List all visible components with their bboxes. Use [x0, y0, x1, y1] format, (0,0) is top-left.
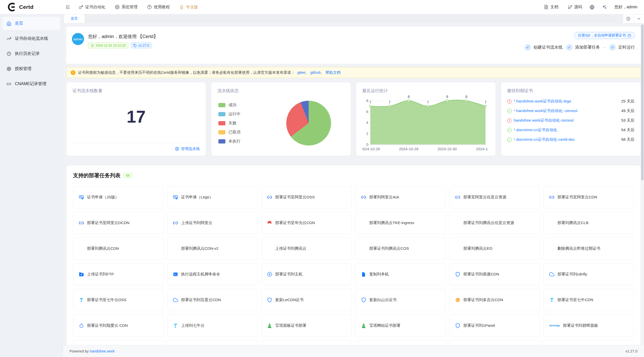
avatar: admin — [72, 33, 84, 45]
task-cell-8[interactable]: 部署证书至华为云CDN — [261, 212, 352, 234]
task-cell-clipped[interactable] — [73, 340, 164, 345]
qiniu-icon — [173, 323, 178, 328]
task-cell-15[interactable]: 部署证书到腾讯云COS — [355, 237, 446, 260]
tab-menu-button[interactable] — [633, 14, 644, 23]
user-greeting[interactable]: 您好，admin — [614, 5, 637, 10]
legend-item-3[interactable]: 已取消 — [218, 130, 240, 135]
task-cell-26[interactable]: 更新LeCDN证书 — [261, 289, 352, 311]
nav-item-1[interactable]: 系统管理 — [115, 5, 138, 10]
legend-item-0[interactable]: 成功 — [218, 102, 240, 108]
pipeline-icon — [7, 36, 11, 41]
quick-step: ✓添加部署任务 — [566, 44, 600, 51]
task-cell-5[interactable]: 部署证书至阿里云CDN — [543, 186, 634, 208]
cert-link-2[interactable]: !handsfree.work证书自动化-zerossl — [507, 118, 574, 123]
task-cell-6[interactable]: 部署证书至阿里云DCDN — [73, 212, 164, 234]
scrollbar-thumb[interactable] — [641, 24, 643, 181]
task-cell-24[interactable]: 部署证书至七牛云OSS — [73, 289, 164, 311]
task-cell-clipped[interactable] — [543, 340, 634, 345]
task-cell-28[interactable]: 部署证书到多吉云CDN — [449, 289, 540, 311]
sidebar-item-2[interactable]: 执行历史记录 — [3, 47, 60, 60]
cert-link-3[interactable]: ✓*.docmirror.cn证书自动化 — [507, 127, 557, 133]
task-cell-13[interactable]: 部署到腾讯云CDN-v2 — [167, 237, 258, 260]
task-cell-23[interactable]: 部署证书到cdnfly — [543, 263, 634, 285]
task-cell-0[interactable]: 证书申请（JS版） — [73, 186, 164, 208]
nav-item-3[interactable]: 专业版 — [179, 5, 198, 10]
task-cell-34[interactable]: 部署证书到1Panel — [449, 314, 540, 337]
svg-text:4: 4 — [366, 120, 368, 125]
svg-text:2024-11-01: 2024-11-01 — [476, 147, 488, 151]
task-cell-2[interactable]: 部署证书至阿里云OSS — [261, 186, 352, 208]
task-cell-27[interactable]: 更新白山云证书 — [355, 289, 446, 311]
folder-upload-icon — [79, 272, 84, 277]
check-circle-icon: ✓ — [609, 44, 616, 51]
task-cell-20[interactable]: 部署证书到主机 — [261, 263, 352, 285]
task-cell-31[interactable]: 上传到七牛云 — [167, 314, 258, 337]
manage-pipelines-link[interactable]: 管理流水线 — [175, 147, 200, 151]
task-cell-clipped[interactable] — [167, 340, 258, 345]
scrollbar-track[interactable] — [641, 23, 644, 345]
task-cell-18[interactable]: 上传证书到FTP — [73, 263, 164, 285]
nav-right-item-0[interactable]: 文档 — [544, 5, 558, 10]
step-dash: – — [603, 45, 606, 50]
tab-home[interactable]: 首页 — [64, 14, 85, 23]
tencent-icon — [267, 246, 272, 251]
task-cell-30[interactable]: 部署证书到我爱云 CDN — [73, 314, 164, 337]
task-cell-32[interactable]: 宝塔面板证书部署 — [261, 314, 352, 337]
sidebar-collapse-button[interactable] — [65, 5, 70, 10]
task-cell-3[interactable]: 部署到阿里云Ack — [355, 186, 446, 208]
cert-link-1[interactable]: ✓*.handsfree.work证书自动化--zerossl — [507, 108, 577, 114]
nav-item-0[interactable]: 证书自动化 — [79, 5, 105, 10]
task-cell-12[interactable]: 部署到腾讯云CDN — [73, 237, 164, 260]
task-cell-35[interactable]: Synology部署证书到群晖面板 — [543, 314, 634, 337]
task-cell-9[interactable]: 部署到腾讯云TKE-ingress — [355, 212, 446, 234]
cert-link-0[interactable]: !*.handsfree.work证书自动化-lego — [507, 99, 571, 104]
task-cell-19[interactable]: 执行远程主机脚本命令 — [167, 263, 258, 285]
tag-icon — [133, 44, 137, 47]
task-cell-clipped[interactable] — [261, 340, 352, 345]
task-cell-4[interactable]: 部署至阿里云任意云资源 — [449, 186, 540, 208]
alert-link-1[interactable]: github — [310, 70, 320, 75]
task-cell-10[interactable]: 部署证书到腾讯云任意云资源 — [449, 212, 540, 234]
legend-item-4[interactable]: 未执行 — [218, 139, 240, 144]
aliyun-icon — [267, 195, 272, 200]
task-cell-clipped[interactable] — [355, 340, 446, 345]
legend-item-2[interactable]: 失败 — [218, 121, 240, 126]
task-cell-21[interactable]: 复制到本机 — [355, 263, 446, 285]
handsfree-link[interactable]: handsfree.work — [90, 349, 115, 353]
sidebar-item-4[interactable]: CNAME记录管理 — [3, 77, 60, 90]
promo-pill[interactable]: 仅需3步，全自动申请部署证书 — [574, 32, 635, 39]
nav-item-2[interactable]: 使用教程 — [147, 5, 170, 10]
theme-button[interactable] — [602, 5, 607, 10]
task-cell-29[interactable]: 部署证书至七牛CDN — [543, 289, 634, 311]
nav-right-item-1[interactable]: 源码 — [568, 5, 582, 10]
tab-close-button[interactable] — [623, 14, 633, 23]
task-cell-1[interactable]: 证书申请（Lego） — [167, 186, 258, 208]
pipeline-count-card: 证书流水线数量 17 管理流水线 — [66, 82, 206, 156]
task-cell-17[interactable]: 删除腾讯云即将过期证书 — [543, 237, 634, 260]
legend-item-1[interactable]: 运行中 — [218, 112, 240, 117]
shield-icon — [361, 297, 366, 303]
sidebar-item-1[interactable]: 证书自动化流水线 — [3, 32, 60, 45]
task-cell-16[interactable]: 部署到腾讯云EO — [449, 237, 540, 260]
check-circle-icon: ✓ — [507, 109, 512, 113]
tencent-icon — [549, 246, 554, 251]
alert-link-2[interactable]: 帮助文档 — [325, 70, 340, 75]
language-button[interactable] — [590, 5, 594, 10]
tencent-icon — [455, 246, 460, 251]
aliyun-icon — [549, 195, 554, 200]
legend-swatch — [218, 103, 225, 107]
task-cell-clipped[interactable] — [449, 340, 540, 345]
tab-bar: 首页 — [63, 14, 644, 23]
task-cell-14[interactable]: 上传证书到腾讯云 — [261, 237, 352, 260]
alert-link-0[interactable]: gitee — [297, 70, 306, 75]
sidebar-item-0[interactable]: 首页 — [3, 17, 60, 30]
task-cell-33[interactable]: 宝塔网站证书部署 — [355, 314, 446, 337]
home-icon — [7, 21, 11, 26]
cert-link-4[interactable]: ✓*.docmirror.cn证书自动化-certd-doc — [507, 137, 575, 142]
sidebar-item-3[interactable]: 授权管理 — [3, 62, 60, 75]
task-cell-11[interactable]: 部署到腾讯云CLB — [543, 212, 634, 234]
task-cell-7[interactable]: 上传证书到阿里云 — [167, 212, 258, 234]
task-cell-22[interactable]: 部署证书到易盾CDN — [449, 263, 540, 285]
tencent-icon — [79, 246, 84, 251]
task-cell-25[interactable]: 部署证书到百度云CDN — [167, 289, 258, 311]
